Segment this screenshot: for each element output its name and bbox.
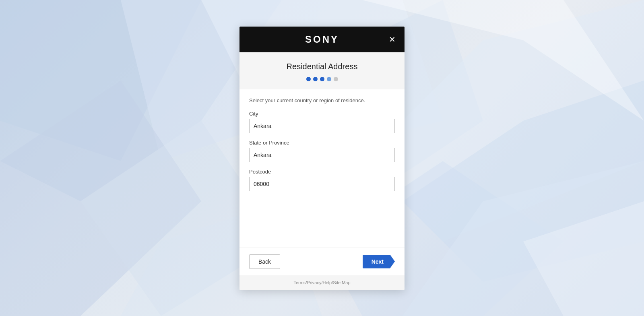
step-indicator (251, 77, 393, 81)
step-dot-1 (306, 77, 311, 81)
postcode-group: Postcode (249, 169, 395, 191)
terms-bar: Terms/Privacy/Help/Site Map (239, 275, 405, 290)
back-button[interactable]: Back (249, 254, 280, 269)
modal-body: Residential Address Select your current … (239, 52, 405, 248)
modal-header: SONY ✕ (239, 27, 405, 52)
close-button[interactable]: ✕ (386, 35, 398, 44)
close-icon: ✕ (389, 35, 396, 44)
step-dot-5 (334, 77, 338, 81)
modal-wrapper: SONY ✕ Residential Address Select your c… (0, 0, 644, 316)
form-description: Select your current country or region of… (249, 97, 395, 103)
form-section: Select your current country or region of… (239, 89, 405, 248)
sony-logo: SONY (305, 34, 339, 45)
state-input[interactable] (249, 148, 395, 162)
state-group: State or Province (249, 140, 395, 162)
state-label: State or Province (249, 140, 395, 146)
step-dot-3 (320, 77, 324, 81)
postcode-input[interactable] (249, 177, 395, 191)
next-button[interactable]: Next (363, 255, 395, 268)
postcode-label: Postcode (249, 169, 395, 175)
terms-text: Terms/Privacy/Help/Site Map (293, 280, 350, 285)
city-input[interactable] (249, 119, 395, 133)
step-dot-2 (313, 77, 318, 81)
step-dot-4 (327, 77, 331, 81)
city-label: City (249, 111, 395, 117)
form-spacer (249, 198, 395, 238)
modal-dialog: SONY ✕ Residential Address Select your c… (239, 27, 405, 290)
city-group: City (249, 111, 395, 133)
modal-footer: Back Next (239, 248, 405, 275)
page-title: Residential Address (251, 62, 393, 71)
